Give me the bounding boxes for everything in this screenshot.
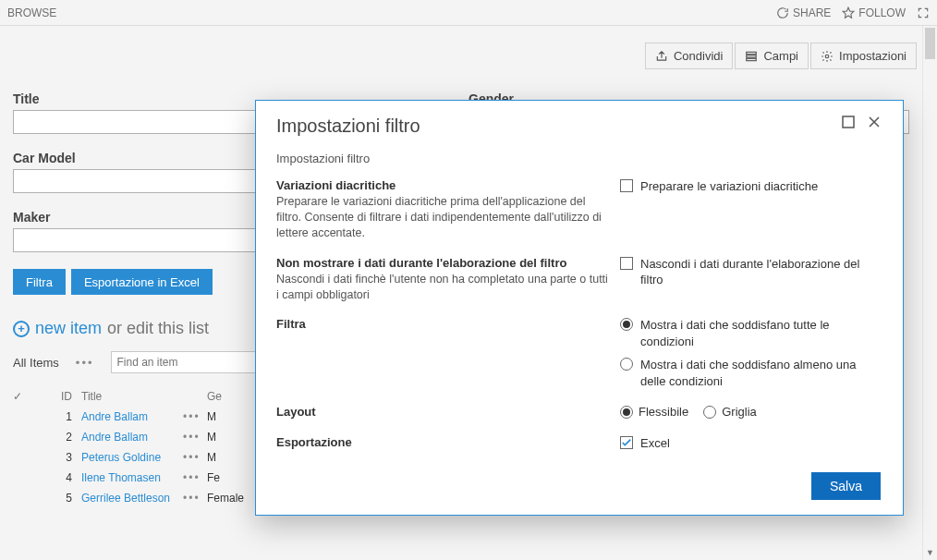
checkbox-export-excel[interactable]: [620, 436, 633, 449]
checkbox-diacritics-label: Preparare le variazioni diacritiche: [640, 178, 881, 195]
scroll-arrow-down-icon[interactable]: ▼: [923, 545, 937, 560]
row-menu-icon[interactable]: •••: [183, 431, 207, 444]
share-button[interactable]: Condividi: [645, 43, 733, 69]
row-menu-icon[interactable]: •••: [183, 471, 207, 484]
dialog-title: Impostazioni filtro: [276, 116, 420, 137]
cell-id: 5: [43, 492, 81, 505]
checkbox-diacritics[interactable]: [620, 179, 633, 192]
svg-rect-5: [843, 116, 854, 128]
radio-layout-grid[interactable]: [703, 406, 716, 419]
ribbon-share-label: SHARE: [793, 6, 831, 19]
cell-name[interactable]: Peterus Goldine: [81, 451, 183, 464]
svg-rect-3: [747, 58, 757, 60]
cell-gender: M: [207, 431, 262, 444]
col-title[interactable]: Title: [81, 390, 183, 403]
setting-layout-title: Layout: [276, 405, 609, 419]
star-icon: [842, 6, 855, 19]
maximize-icon: [842, 116, 855, 128]
radio-filter-any-label: Mostra i dati che soddisfano almeno una …: [640, 357, 881, 389]
svg-point-4: [825, 55, 829, 58]
svg-rect-2: [747, 55, 757, 56]
setting-export-title: Esportazione: [276, 435, 609, 449]
gear-icon: [821, 50, 834, 63]
dialog-subtitle: Impostazioni filtro: [276, 152, 881, 165]
maximize-button[interactable]: [842, 116, 855, 131]
ribbon-follow[interactable]: FOLLOW: [842, 6, 906, 19]
new-item-link[interactable]: new item: [35, 319, 102, 338]
cell-gender: M: [207, 451, 262, 464]
page-actions-row: Condividi Campi Impostazioni: [13, 43, 924, 69]
close-button[interactable]: [868, 116, 881, 131]
radio-layout-flex[interactable]: [620, 406, 633, 419]
setting-diacritics-title: Variazioni diacritiche: [276, 178, 609, 192]
cell-id: 3: [43, 451, 81, 464]
new-item-rest: or edit this list: [107, 319, 209, 338]
cell-name[interactable]: Andre Ballam: [81, 410, 183, 423]
save-button[interactable]: Salva: [811, 472, 881, 500]
plus-circle-icon[interactable]: +: [13, 321, 30, 337]
radio-layout-flex-label: Flessibile: [639, 405, 688, 419]
radio-filter-all[interactable]: [620, 318, 633, 331]
share-button-label: Condividi: [674, 49, 723, 63]
cell-gender: Fe: [207, 471, 262, 484]
export-excel-button[interactable]: Esportazione in Excel: [71, 269, 213, 295]
view-more-icon[interactable]: •••: [76, 356, 94, 370]
svg-rect-1: [747, 52, 757, 54]
radio-layout-grid-label: Griglia: [722, 405, 757, 419]
fields-icon: [745, 50, 758, 63]
cell-name[interactable]: Ilene Thomasen: [81, 471, 183, 484]
cell-id: 2: [43, 431, 81, 444]
setting-diacritics-desc: Preparare le variazioni diacritiche prim…: [276, 194, 609, 241]
cell-name[interactable]: Andre Ballam: [81, 431, 183, 444]
select-all-icon[interactable]: ✓: [13, 390, 43, 403]
filter-settings-dialog: Impostazioni filtro Impostazioni filtro …: [255, 100, 904, 516]
cell-id: 4: [43, 471, 81, 484]
close-icon: [868, 116, 881, 128]
refresh-icon: [776, 6, 789, 19]
col-gender[interactable]: Ge: [207, 390, 262, 403]
settings-button[interactable]: Impostazioni: [810, 43, 917, 69]
filter-button[interactable]: Filtra: [13, 269, 66, 295]
checkbox-hide-label: Nascondi i dati durante l'elaborazione d…: [640, 256, 881, 288]
cell-name[interactable]: Gerrilee Bettleson: [81, 492, 183, 505]
fields-button[interactable]: Campi: [735, 43, 809, 69]
cell-gender: M: [207, 410, 262, 423]
radio-filter-all-label: Mostra i dati che soddisfano tutte le co…: [640, 317, 881, 349]
ribbon-browse-tab[interactable]: BROWSE: [7, 6, 56, 19]
setting-hide-title: Non mostrare i dati durante l'elaborazio…: [276, 256, 609, 270]
share-icon: [655, 50, 668, 63]
find-item-input[interactable]: [111, 351, 268, 373]
fullscreen-icon: [917, 6, 930, 19]
ribbon-follow-label: FOLLOW: [858, 6, 906, 19]
check-icon: [621, 437, 632, 448]
cell-gender: Female: [207, 492, 262, 505]
ribbon-fullpage[interactable]: [917, 6, 930, 19]
view-all-items[interactable]: All Items: [13, 356, 59, 370]
setting-filter-title: Filtra: [276, 317, 609, 331]
col-id[interactable]: ID: [43, 390, 81, 403]
row-menu-icon[interactable]: •••: [183, 451, 207, 464]
fields-button-label: Campi: [763, 49, 798, 63]
checkbox-export-excel-label: Excel: [640, 435, 881, 452]
row-menu-icon[interactable]: •••: [183, 410, 207, 423]
ribbon-bar: BROWSE SHARE FOLLOW: [0, 0, 937, 26]
cell-id: 1: [43, 410, 81, 423]
svg-marker-0: [843, 7, 854, 18]
radio-filter-any[interactable]: [620, 358, 633, 371]
ribbon-share[interactable]: SHARE: [776, 6, 831, 19]
setting-hide-desc: Nascondi i dati finchè l'utente non ha c…: [276, 272, 609, 303]
settings-button-label: Impostazioni: [839, 49, 907, 63]
checkbox-hide[interactable]: [620, 257, 633, 270]
row-menu-icon[interactable]: •••: [183, 492, 207, 505]
